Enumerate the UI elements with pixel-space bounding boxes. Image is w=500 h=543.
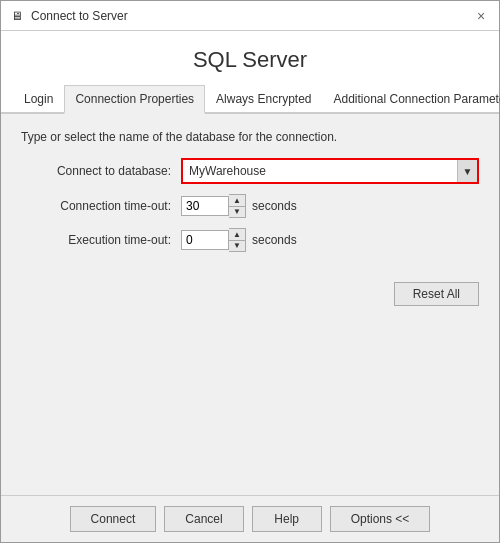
connection-timeout-up-button[interactable]: ▲ [229, 195, 245, 206]
title-bar: 🖥 Connect to Server × [1, 1, 499, 31]
reset-area: Reset All [21, 282, 479, 306]
execution-timeout-spinner-buttons: ▲ ▼ [229, 228, 246, 252]
database-dropdown-wrapper: MyWarehouse ▼ [181, 158, 479, 184]
options-button[interactable]: Options << [330, 506, 431, 532]
tab-always-encrypted[interactable]: Always Encrypted [205, 85, 322, 114]
connect-button[interactable]: Connect [70, 506, 157, 532]
connect-database-label: Connect to database: [21, 164, 181, 178]
title-bar-left: 🖥 Connect to Server [9, 8, 128, 24]
database-dropdown[interactable]: MyWarehouse [183, 161, 457, 181]
execution-timeout-input[interactable]: 0 [181, 230, 229, 250]
connection-timeout-input[interactable]: 30 [181, 196, 229, 216]
connection-timeout-down-button[interactable]: ▼ [229, 206, 245, 217]
execution-timeout-spinner: 0 ▲ ▼ seconds [181, 228, 297, 252]
execution-timeout-row: Execution time-out: 0 ▲ ▼ seconds [21, 228, 479, 252]
tab-bar: Login Connection Properties Always Encry… [1, 85, 499, 114]
help-button[interactable]: Help [252, 506, 322, 532]
tab-login[interactable]: Login [13, 85, 64, 114]
execution-timeout-down-button[interactable]: ▼ [229, 240, 245, 251]
connection-timeout-spinner-buttons: ▲ ▼ [229, 194, 246, 218]
connect-to-server-window: 🖥 Connect to Server × SQL Server Login C… [0, 0, 500, 543]
footer: Connect Cancel Help Options << [1, 495, 499, 542]
close-button[interactable]: × [471, 6, 491, 26]
connection-timeout-row: Connection time-out: 30 ▲ ▼ seconds [21, 194, 479, 218]
connection-timeout-spinner: 30 ▲ ▼ seconds [181, 194, 297, 218]
tab-connection-properties[interactable]: Connection Properties [64, 85, 205, 114]
dropdown-arrow-icon[interactable]: ▼ [457, 160, 477, 182]
cancel-button[interactable]: Cancel [164, 506, 243, 532]
connect-database-row: Connect to database: MyWarehouse ▼ [21, 158, 479, 184]
window-title: Connect to Server [31, 9, 128, 23]
execution-timeout-label: Execution time-out: [21, 233, 181, 247]
tab-additional-parameters[interactable]: Additional Connection Parameters [322, 85, 500, 114]
reset-all-button[interactable]: Reset All [394, 282, 479, 306]
description-text: Type or select the name of the database … [21, 130, 479, 144]
dialog-title: SQL Server [1, 31, 499, 85]
window-icon: 🖥 [9, 8, 25, 24]
connection-timeout-unit: seconds [252, 199, 297, 213]
execution-timeout-up-button[interactable]: ▲ [229, 229, 245, 240]
connection-timeout-label: Connection time-out: [21, 199, 181, 213]
tab-content: Type or select the name of the database … [1, 114, 499, 495]
execution-timeout-unit: seconds [252, 233, 297, 247]
